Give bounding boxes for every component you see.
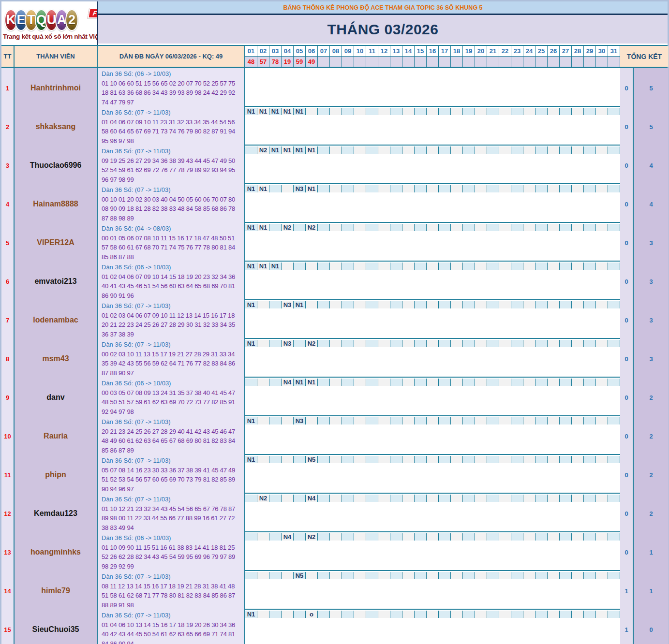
- day-cell: [608, 611, 620, 618]
- day-cell: [487, 224, 499, 231]
- member-name[interactable]: Kemdau123: [15, 494, 98, 533]
- day-cell: [439, 146, 451, 154]
- day-col-header: 01: [245, 46, 257, 57]
- row-number: 4: [1, 184, 15, 224]
- day-cell: [487, 611, 499, 618]
- member-name[interactable]: phipn: [15, 455, 98, 495]
- member-name[interactable]: SieuChuoi35: [15, 610, 98, 644]
- day-cell: N5: [306, 456, 318, 463]
- member-name[interactable]: msm43: [15, 339, 98, 379]
- dan-range-label: Dàn 36 Số: (06 -> 10/03): [102, 263, 171, 272]
- total-col-2: 2: [634, 416, 669, 456]
- day-cell: [439, 379, 451, 386]
- day-cell: [548, 456, 560, 463]
- member-name[interactable]: danv: [15, 378, 98, 417]
- day-cell: [572, 417, 584, 424]
- day-cell: [608, 340, 620, 347]
- day-cell: [584, 456, 596, 463]
- day-cell: [330, 572, 342, 579]
- day-cell: [439, 340, 451, 347]
- day-result-value: [402, 57, 415, 67]
- day-cell: [463, 495, 475, 502]
- table-body: 1 Hanhtrinhmoi Dàn 36 Số: (06 -> 10/03) …: [1, 68, 668, 644]
- day-cell: [390, 108, 402, 115]
- day-cell: [439, 572, 451, 579]
- day-cell: [511, 185, 523, 192]
- dan-numbers: 00 03 05 07 08 09 13 24 31 35 37 38 40 4…: [102, 388, 241, 417]
- day-cell: [366, 340, 378, 347]
- topic-banner: BẢNG THỐNG KÊ PHONG ĐỘ ACE THAM GIA TOPI…: [98, 1, 668, 15]
- day-cell: [269, 456, 282, 463]
- day-cell: [463, 611, 475, 618]
- member-name[interactable]: hoangminhks: [15, 532, 98, 572]
- site-logo[interactable]: KETQUA2FORUM Trang kết quả xổ số lớn nhấ…: [1, 1, 98, 45]
- day-cell: [523, 185, 535, 192]
- dan-range-label: Dàn 36 Số: (07 -> 11/03): [102, 418, 171, 427]
- day-cell: [402, 108, 415, 115]
- day-cell: [390, 611, 402, 618]
- day-cell: [463, 417, 475, 424]
- day-cell: [475, 146, 487, 154]
- total-col-1: 0: [620, 223, 634, 263]
- day-cell: [342, 533, 354, 541]
- day-cell: [269, 340, 282, 347]
- row-number: 3: [1, 146, 15, 185]
- day-cell: [342, 417, 354, 424]
- day-cell: [548, 611, 560, 618]
- dan-cell: Dàn 36 Số: (07 -> 11/03) 01 04 06 07 09 …: [98, 107, 245, 146]
- day-cell: [318, 263, 330, 270]
- day-cell: N2: [306, 224, 318, 231]
- day-cell: [560, 185, 572, 192]
- member-name[interactable]: emvatoi213: [15, 262, 98, 301]
- day-cell: [330, 495, 342, 502]
- day-cell: [596, 108, 608, 115]
- day-cell: [330, 379, 342, 386]
- day-cell: N3: [282, 301, 294, 308]
- dan-numbers: 01 10 06 60 51 15 56 65 02 20 07 70 52 2…: [102, 79, 241, 107]
- day-cell: [451, 572, 463, 579]
- total-col-2: 1: [634, 532, 669, 572]
- day-cell: [608, 301, 620, 308]
- member-name[interactable]: Thuoclao6996: [15, 146, 98, 185]
- day-cell: [269, 301, 282, 308]
- day-cell: [354, 185, 366, 192]
- member-name[interactable]: himle79: [15, 571, 98, 611]
- member-name[interactable]: lodenambac: [15, 300, 98, 340]
- day-cell: [608, 379, 620, 386]
- day-cell: [608, 572, 620, 579]
- day-cell: [342, 456, 354, 463]
- day-cell: [499, 108, 511, 115]
- member-name[interactable]: VIPER12A: [15, 223, 98, 263]
- day-cell: [499, 417, 511, 424]
- day-cell: [596, 379, 608, 386]
- day-cell: [282, 185, 294, 192]
- day-col-header: 02: [257, 46, 269, 57]
- member-name[interactable]: Hainam8888: [15, 184, 98, 224]
- member-name[interactable]: Hanhtrinhmoi: [15, 68, 98, 108]
- day-cell: [451, 417, 463, 424]
- day-cell: [439, 611, 451, 618]
- day-cell: [306, 301, 318, 308]
- day-cell: [548, 495, 560, 502]
- day-cell: [596, 417, 608, 424]
- day-result-value: [366, 57, 378, 67]
- day-cell: [294, 340, 306, 347]
- member-name[interactable]: Rauria: [15, 416, 98, 456]
- logo-word: KETQUA2FORUM: [4, 9, 97, 31]
- day-cell: [511, 495, 523, 502]
- total-col-2: 5: [634, 68, 669, 108]
- day-cell: [560, 340, 572, 347]
- day-cell: [318, 224, 330, 231]
- total-col-1: 0: [620, 184, 634, 224]
- day-result-value: [523, 57, 535, 67]
- day-col-header: 12: [378, 46, 390, 57]
- day-cell: [366, 263, 378, 270]
- day-cell: N1: [245, 185, 257, 192]
- day-cell: [269, 533, 282, 541]
- member-name[interactable]: shkaksang: [15, 107, 98, 146]
- dan-range-label: Dàn 36 Số: (07 -> 11/03): [102, 147, 171, 156]
- day-col-header: 31: [608, 46, 620, 57]
- day-cell: [330, 301, 342, 308]
- day-cell: [415, 495, 427, 502]
- day-cell: [560, 572, 572, 579]
